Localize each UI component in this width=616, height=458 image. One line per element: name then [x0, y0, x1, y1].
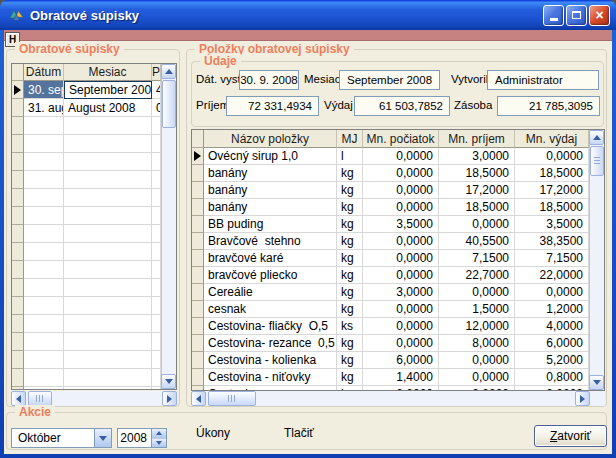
cell-mj[interactable]: l — [337, 148, 363, 165]
cell-nazov[interactable]: bravčové karé — [204, 250, 337, 267]
cell-prijem[interactable]: 40,5500 — [439, 233, 515, 250]
table-row[interactable]: cesnak kg 0,0000 1,5000 1,2000 — [192, 301, 604, 318]
vydaj-field[interactable]: 61 503,7852 — [354, 96, 450, 116]
cell-nazov[interactable]: Cestovina - niťovky — [204, 369, 337, 386]
title-bar[interactable]: Obratové súpisky × — [0, 0, 616, 30]
cell-pociatok[interactable]: 0,0000 — [363, 165, 439, 182]
table-row[interactable]: Cestovina - kolienka kg 6,0000 0,0000 5,… — [192, 352, 604, 369]
scroll-left-button[interactable] — [11, 391, 26, 406]
cell-mj[interactable]: kg — [337, 352, 363, 369]
table-row[interactable]: 30. september September 2008 4 — [12, 81, 176, 99]
cell-pociatok[interactable]: 0,0000 — [363, 233, 439, 250]
table-row[interactable]: Cereálie kg 3,0000 0,0000 0,0000 — [192, 284, 604, 301]
scrollbar-thumb[interactable] — [28, 391, 52, 406]
cell-vydaj[interactable]: 4,0000 — [515, 318, 589, 335]
table-row[interactable]: Cestovina- rezance 0,5 kg 0,0000 8,0000 … — [192, 335, 604, 352]
zasoba-field[interactable]: 21 785,3095 — [497, 96, 600, 116]
cell-mj[interactable]: kg — [337, 233, 363, 250]
cell-vydaj[interactable]: 7,1500 — [515, 250, 589, 267]
cell-pociatok[interactable]: 1,4000 — [363, 369, 439, 386]
cell-pociatok[interactable]: 0,0000 — [363, 148, 439, 165]
column-header-nazov[interactable]: Názov položky — [204, 130, 337, 148]
table-row[interactable]: BB puding kg 3,5000 0,0000 3,5000 — [192, 216, 604, 233]
cell-mj[interactable]: kg — [337, 335, 363, 352]
cell-prijem[interactable]: 0,0000 — [439, 352, 515, 369]
dropdown-button[interactable] — [94, 429, 111, 447]
maximize-button[interactable] — [566, 5, 587, 26]
cell-mesiac[interactable]: September 2008 — [64, 81, 152, 99]
cell-vydaj[interactable]: 0,8000 — [515, 369, 589, 386]
cell-vydaj[interactable]: 6,0000 — [515, 335, 589, 352]
cell-pociatok[interactable]: 0,0000 — [363, 301, 439, 318]
cell-nazov[interactable]: banány — [204, 182, 337, 199]
ukony-button[interactable]: Úkony — [196, 426, 230, 440]
cell-vydaj[interactable]: 3,5000 — [515, 216, 589, 233]
scroll-right-button[interactable] — [575, 391, 590, 406]
table-row[interactable]: banány kg 0,0000 17,2000 17,2000 — [192, 182, 604, 199]
cell-prijem[interactable]: 3,0000 — [439, 148, 515, 165]
scrollbar-thumb[interactable] — [208, 391, 256, 406]
dates-horizontal-scrollbar[interactable] — [11, 391, 177, 406]
prijem-field[interactable]: 72 331,4934 — [226, 96, 319, 116]
cell-vydaj[interactable]: 18,5000 — [515, 199, 589, 216]
cell-extra[interactable]: 0 — [152, 99, 161, 117]
column-header-p[interactable]: P — [152, 64, 161, 81]
cell-prijem[interactable]: 18,5000 — [439, 199, 515, 216]
cell-pociatok[interactable]: 0,0000 — [363, 182, 439, 199]
table-row[interactable]: Cestovina- fliačky O,5 ks 0,0000 12,0000… — [192, 318, 604, 335]
table-row[interactable]: 31. august August 2008 0 — [12, 99, 176, 117]
table-row[interactable]: Cestovina - niťovky kg 1,4000 0,0000 0,8… — [192, 369, 604, 386]
cell-vydaj[interactable]: 22,0000 — [515, 267, 589, 284]
cell-prijem[interactable]: 12,0000 — [439, 318, 515, 335]
table-row[interactable]: Bravčové stehno kg 0,0000 40,5500 38,350… — [192, 233, 604, 250]
cell-pociatok[interactable]: 6,0000 — [363, 352, 439, 369]
column-header-mesiac[interactable]: Mesiac — [64, 64, 152, 81]
table-row[interactable]: banány kg 0,0000 18,5000 18,5000 — [192, 199, 604, 216]
dat-vyst-field[interactable]: 30. 9. 2008 — [239, 70, 299, 90]
column-header-vydaj[interactable]: Mn. výdaj — [515, 130, 589, 148]
cell-nazov[interactable]: Cestovina- fliačky O,5 — [204, 318, 337, 335]
minimize-button[interactable] — [543, 5, 564, 26]
cell-pociatok[interactable]: 3,5000 — [363, 216, 439, 233]
table-row[interactable]: bravčové pliecko kg 0,0000 22,7000 22,00… — [192, 267, 604, 284]
cell-mj[interactable]: kg — [337, 182, 363, 199]
cell-mesiac[interactable]: August 2008 — [64, 99, 152, 117]
cell-mj[interactable]: kg — [337, 369, 363, 386]
cell-vydaj[interactable]: 1,2000 — [515, 301, 589, 318]
year-spinner[interactable]: 2008 — [117, 428, 167, 448]
scroll-up-button[interactable] — [589, 130, 604, 145]
cell-nazov[interactable]: BB puding — [204, 216, 337, 233]
scroll-right-button[interactable] — [162, 391, 177, 406]
column-header-prijem[interactable]: Mn. príjem — [439, 130, 515, 148]
spin-up-button[interactable] — [152, 429, 166, 438]
table-row[interactable]: banány kg 0,0000 18,5000 18,5000 — [192, 165, 604, 182]
cell-pociatok[interactable]: 0,0000 — [363, 335, 439, 352]
cell-vydaj[interactable]: 5,2000 — [515, 352, 589, 369]
cell-nazov[interactable]: Bravčové stehno — [204, 233, 337, 250]
cell-extra[interactable]: 4 — [152, 81, 161, 99]
table-row[interactable]: Ovécný sirup 1,0 l 0,0000 3,0000 0,0000 — [192, 148, 604, 165]
scroll-down-button[interactable] — [589, 375, 604, 390]
column-header-mj[interactable]: MJ — [337, 130, 363, 148]
cell-nazov[interactable]: Ovécný sirup 1,0 — [204, 148, 337, 165]
cell-mj[interactable]: kg — [337, 199, 363, 216]
cell-prijem[interactable]: 0,0000 — [439, 284, 515, 301]
cell-mj[interactable]: ks — [337, 318, 363, 335]
items-vertical-scrollbar[interactable] — [589, 130, 604, 390]
spin-down-button[interactable] — [152, 438, 166, 448]
cell-prijem[interactable]: 8,0000 — [439, 335, 515, 352]
cell-nazov[interactable]: Cestovina - kolienka — [204, 352, 337, 369]
cell-pociatok[interactable]: 0,0000 — [363, 250, 439, 267]
cell-nazov[interactable]: banány — [204, 165, 337, 182]
cell-datum[interactable]: 31. august — [24, 99, 64, 117]
cell-prijem[interactable]: 18,5000 — [439, 165, 515, 182]
cell-mj[interactable]: kg — [337, 250, 363, 267]
zatvorit-button[interactable]: Zatvoriť — [534, 425, 607, 447]
column-header-pociatok[interactable]: Mn. počiatok — [363, 130, 439, 148]
cell-pociatok[interactable]: 0,0000 — [363, 318, 439, 335]
cell-nazov[interactable]: bravčové pliecko — [204, 267, 337, 284]
cell-nazov[interactable]: cesnak — [204, 301, 337, 318]
cell-nazov[interactable]: Cereálie — [204, 284, 337, 301]
cell-vydaj[interactable]: 0,0000 — [515, 284, 589, 301]
cell-datum[interactable]: 30. september — [24, 81, 64, 99]
